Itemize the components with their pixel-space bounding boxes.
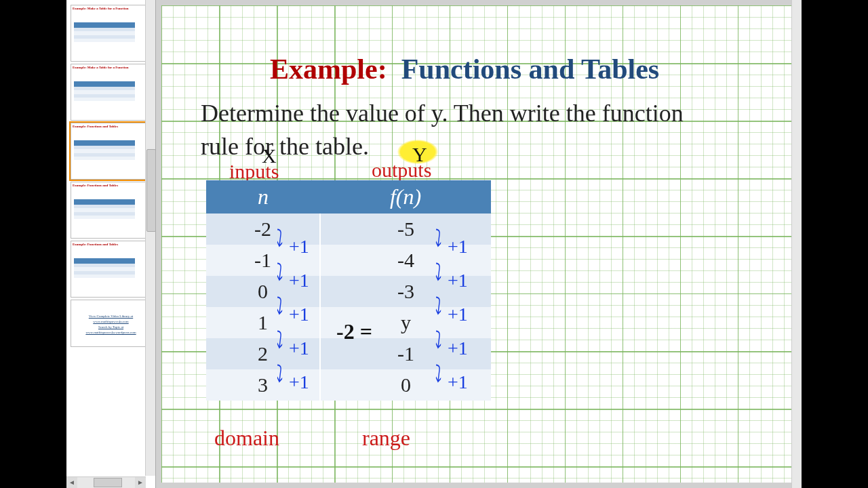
annotation-range: range (362, 426, 410, 451)
annotation-domain: domain (214, 426, 279, 451)
thumbnails-horizontal-scrollbar[interactable]: ◄ ► (66, 476, 146, 488)
thumbnail-3-selected[interactable]: Example: Functions and Tables (71, 123, 151, 180)
step-annotations-fn: ⤵+1 ⤵+1 ⤵+1 ⤵+1 ⤵+1 (448, 236, 468, 405)
col-header-n: n (206, 180, 320, 214)
slide-title: Example: Functions and Tables (270, 53, 659, 85)
col-header-fn: f(n) (320, 180, 491, 214)
thumbnails-vertical-scrollbar[interactable] (145, 0, 155, 476)
slide-canvas: Example: Functions and Tables Determine … (161, 5, 796, 483)
annotation-y-equals: -2 = (336, 319, 372, 344)
scrollbar-grip[interactable] (146, 149, 156, 232)
instruction-text: Determine the value of y. Then write the… (201, 97, 716, 163)
scrollbar-grip[interactable] (94, 478, 122, 487)
slide-thumbnails-panel: Example: Make a Table for a Function Exa… (66, 0, 156, 488)
thumbnail-2[interactable]: Example: Make a Table for a Function (71, 64, 151, 121)
annotation-outputs: outputs (372, 159, 431, 182)
thumbnail-4[interactable]: Example: Functions and Tables (71, 182, 151, 239)
scroll-left-icon[interactable]: ◄ (66, 477, 77, 488)
step-annotations-n: ⤵+1 ⤵+1 ⤵+1 ⤵+1 ⤵+1 (289, 236, 309, 405)
app-window: Example: Make a Table for a Function Exa… (66, 0, 802, 488)
stage-vertical-scrollbar[interactable] (791, 0, 802, 488)
thumbnail-5[interactable]: Example: Functions and Tables (71, 241, 151, 298)
title-heading: Functions and Tables (394, 54, 659, 85)
thumbnail-1[interactable]: Example: Make a Table for a Function (71, 5, 151, 62)
thumbnail-6[interactable]: View Complete Video Library at www.mathi… (71, 300, 151, 347)
title-example-label: Example: (270, 54, 387, 85)
annotation-inputs: inputs (229, 160, 279, 183)
scroll-right-icon[interactable]: ► (135, 477, 146, 488)
slide-stage: Example: Functions and Tables Determine … (156, 0, 802, 488)
